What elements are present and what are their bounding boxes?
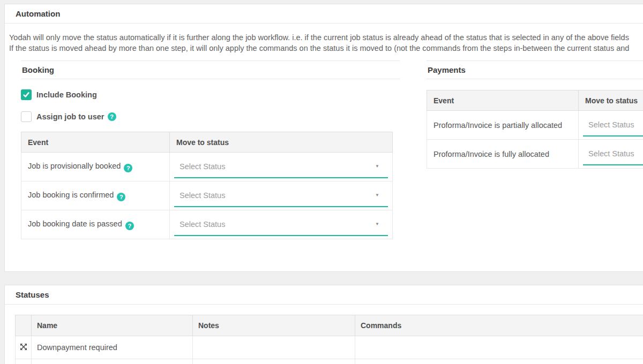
- booking-section-title: Booking: [21, 60, 400, 79]
- assign-job-to-user-label: Assign job to user: [36, 112, 104, 121]
- status-select-placeholder: Select Status: [174, 220, 225, 229]
- booking-event-cell: Job booking date is passed?: [21, 210, 170, 239]
- help-icon[interactable]: ?: [124, 164, 132, 172]
- status-commands-cell: [355, 336, 643, 359]
- status-select-placeholder: Select Status: [174, 191, 225, 200]
- statuses-panel: Statuses Name Notes Commands: [4, 285, 643, 364]
- booking-table-row: Job is provisionally booked? Select Stat…: [21, 153, 393, 181]
- move-arrows-icon: [20, 343, 27, 351]
- booking-section: Booking Include Booking Assign job to us…: [21, 60, 400, 239]
- booking-event-cell: Job is provisionally booked?: [21, 153, 170, 181]
- status-select[interactable]: Select Status ▼: [583, 143, 643, 165]
- payments-event-cell: Proforma/Invoice is partially allocated: [427, 111, 579, 140]
- payments-event-cell: Proforma/Invoice is fully allocated: [427, 140, 579, 169]
- booking-event-label: Job booking is confirmed: [28, 191, 114, 199]
- caret-down-icon: ▼: [375, 164, 379, 169]
- name-column-header: Name: [32, 315, 193, 336]
- payments-section: Payments Event Move to status Proforma/I…: [427, 60, 643, 239]
- statuses-table: Name Notes Commands Downpayment required: [15, 315, 643, 364]
- include-booking-checkbox[interactable]: [21, 89, 32, 100]
- payments-status-column-header: Move to status: [579, 90, 643, 111]
- booking-event-label: Job is provisionally booked: [28, 162, 121, 170]
- payments-table-row: Proforma/Invoice is fully allocated Sele…: [427, 140, 643, 169]
- booking-events-table: Event Move to status Job is provisionall…: [21, 132, 393, 239]
- status-table-row: [16, 359, 643, 364]
- booking-status-column-header: Move to status: [170, 132, 393, 153]
- commands-column-header: Commands: [355, 315, 643, 336]
- payments-events-table: Event Move to status Proforma/Invoice is…: [427, 90, 643, 169]
- caret-down-icon: ▼: [375, 193, 379, 198]
- checkmark-icon: [23, 91, 30, 98]
- automation-panel-title: Automation: [5, 4, 643, 24]
- status-select[interactable]: Select Status ▼: [583, 114, 643, 136]
- status-select-placeholder: Select Status: [583, 120, 634, 129]
- caret-down-icon: ▼: [375, 222, 379, 226]
- booking-event-column-header: Event: [21, 132, 170, 153]
- status-name-cell: Downpayment required: [32, 336, 193, 359]
- drag-column-header: [16, 315, 32, 336]
- status-select[interactable]: Select Status ▼: [174, 214, 388, 236]
- automation-description: Yodah will only move the status automati…: [9, 33, 643, 54]
- status-select-placeholder: Select Status: [174, 162, 225, 171]
- automation-description-line2: If the status is moved ahead by more tha…: [9, 43, 643, 54]
- booking-table-row: Job booking date is passed? Select Statu…: [21, 210, 393, 239]
- help-icon[interactable]: ?: [108, 112, 116, 121]
- booking-event-label: Job booking date is passed: [28, 219, 122, 228]
- statuses-panel-title: Statuses: [5, 285, 643, 305]
- payments-event-column-header: Event: [427, 90, 579, 111]
- status-select[interactable]: Select Status ▼: [174, 156, 388, 178]
- automation-description-line1: Yodah will only move the status automati…: [9, 33, 643, 43]
- status-select[interactable]: Select Status ▼: [174, 185, 388, 207]
- include-booking-label: Include Booking: [36, 90, 97, 99]
- help-icon[interactable]: ?: [117, 193, 125, 201]
- booking-event-cell: Job booking is confirmed?: [21, 181, 170, 210]
- status-notes-cell: [193, 336, 355, 359]
- payments-table-row: Proforma/Invoice is partially allocated …: [427, 111, 643, 140]
- drag-handle[interactable]: [16, 336, 32, 359]
- status-table-row: Downpayment required: [16, 336, 643, 359]
- help-icon[interactable]: ?: [125, 222, 134, 230]
- assign-job-to-user-checkbox[interactable]: [21, 111, 32, 122]
- automation-panel: Automation Yodah will only move the stat…: [4, 4, 643, 272]
- status-select-placeholder: Select Status: [583, 149, 634, 158]
- payments-section-title: Payments: [427, 60, 643, 79]
- notes-column-header: Notes: [193, 315, 355, 336]
- booking-table-row: Job booking is confirmed? Select Status …: [21, 181, 393, 210]
